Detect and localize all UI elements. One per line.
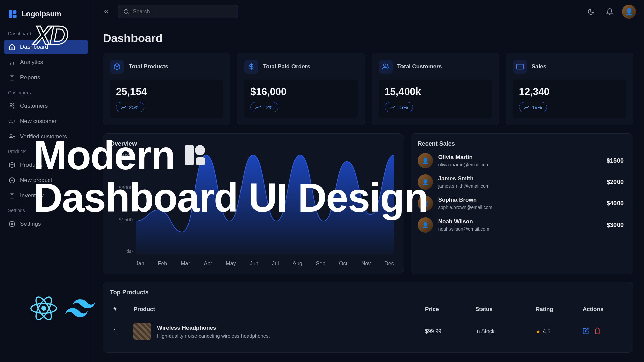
sale-amount: $1500 bbox=[607, 157, 624, 164]
sidebar-item-customers[interactable]: Customers bbox=[4, 99, 88, 113]
svg-rect-15 bbox=[10, 193, 14, 198]
moon-icon bbox=[587, 8, 595, 15]
sidebar-item-new-customer[interactable]: New customer bbox=[4, 114, 88, 129]
col-status: Status bbox=[472, 301, 532, 317]
sale-name: Olivia Martin bbox=[438, 154, 601, 161]
svg-point-16 bbox=[11, 223, 13, 225]
clipboard-icon bbox=[9, 192, 15, 199]
dollar-icon bbox=[244, 60, 258, 74]
user-avatar[interactable]: 👤 bbox=[622, 5, 636, 19]
sale-row: 👤 Sophia Brownsophia.brown@email.com $40… bbox=[418, 196, 624, 211]
y-tick: $1500 bbox=[110, 217, 133, 222]
stat-value: 15,400k bbox=[385, 86, 486, 97]
top-products-table: # Product Price Status Rating Actions 1 … bbox=[110, 301, 626, 346]
svg-point-1 bbox=[13, 10, 17, 14]
sidebar-item-reports[interactable]: Reports bbox=[4, 70, 88, 85]
clipboard-icon bbox=[9, 74, 15, 81]
home-icon bbox=[9, 44, 15, 50]
sale-email: james.smith@email.com bbox=[438, 183, 601, 189]
sale-amount: $4000 bbox=[607, 200, 624, 207]
page-title: Dashboard bbox=[103, 32, 633, 45]
svg-point-7 bbox=[10, 104, 12, 106]
product-price: $99.99 bbox=[422, 317, 472, 346]
brand-logo-icon bbox=[8, 9, 17, 19]
sidebar-item-dashboard[interactable]: Dashboard bbox=[4, 40, 88, 54]
overview-title: Overview bbox=[110, 140, 397, 147]
svg-rect-22 bbox=[517, 64, 523, 69]
avatar: 👤 bbox=[418, 153, 433, 168]
sidebar-item-inventory[interactable]: Inventory bbox=[4, 188, 88, 203]
avatar: 👤 bbox=[418, 174, 433, 190]
sale-name: James Smith bbox=[438, 175, 601, 182]
nav-section-label: Settings bbox=[4, 204, 88, 216]
product-image bbox=[133, 323, 151, 340]
recent-sales-list[interactable]: 👤 Olivia Martinolivia.martin@email.com $… bbox=[418, 153, 626, 233]
overview-chart: $4500$3000$1500$0 JanFebMarAprMayJunJulA… bbox=[110, 153, 397, 267]
sidebar-item-products[interactable]: Products bbox=[4, 158, 88, 172]
top-products-title: Top Products bbox=[110, 289, 626, 296]
x-tick: Jan bbox=[136, 261, 144, 267]
sidebar-item-settings[interactable]: Settings bbox=[4, 217, 88, 231]
sidebar-item-new-product[interactable]: New product bbox=[4, 173, 88, 188]
sale-row: 👤 James Smithjames.smith@email.com $2000 bbox=[418, 174, 624, 190]
recent-sales-panel: Recent Sales 👤 Olivia Martinolivia.marti… bbox=[411, 133, 633, 274]
product-name: Wireless Headphones bbox=[157, 325, 270, 331]
x-tick: Oct bbox=[339, 261, 347, 267]
theme-toggle-button[interactable] bbox=[584, 5, 598, 18]
nav-item-label: New customer bbox=[20, 118, 57, 125]
top-products-panel: Top Products # Product Price Status Rati… bbox=[103, 282, 633, 353]
svg-rect-0 bbox=[9, 10, 12, 18]
nav-item-label: New product bbox=[20, 177, 52, 184]
notifications-button[interactable] bbox=[603, 5, 616, 18]
trend-up-icon bbox=[390, 105, 395, 110]
sale-amount: $2000 bbox=[607, 179, 624, 186]
avatar: 👤 bbox=[418, 196, 433, 211]
x-tick: Feb bbox=[158, 261, 167, 267]
sidebar-item-analytics[interactable]: Analytics bbox=[4, 55, 88, 70]
sale-row: 👤 Noah Wilsonnoah.wilson@email.com $3000 bbox=[418, 217, 624, 233]
edit-button[interactable] bbox=[583, 327, 589, 336]
box-plus-icon bbox=[9, 177, 15, 184]
product-desc: High-quality noise-canceling wireless he… bbox=[157, 333, 270, 339]
col-price: Price bbox=[422, 301, 472, 317]
stat-label: Total Products bbox=[129, 63, 168, 70]
col-actions: Actions bbox=[579, 301, 626, 317]
stat-value: 25,154 bbox=[116, 86, 217, 97]
nav-section-label: Products bbox=[4, 145, 88, 157]
star-icon: ★ bbox=[536, 328, 540, 335]
gear-icon bbox=[9, 221, 15, 227]
svg-point-17 bbox=[124, 9, 128, 13]
stat-value: 12,340 bbox=[519, 86, 620, 97]
search-box[interactable] bbox=[118, 5, 238, 18]
pencil-icon bbox=[583, 327, 589, 334]
table-row: 1 Wireless HeadphonesHigh-quality noise-… bbox=[110, 317, 626, 346]
x-tick: Mar bbox=[181, 261, 190, 267]
stat-card: Sales 12,340 19% bbox=[506, 53, 633, 125]
delete-button[interactable] bbox=[594, 327, 601, 336]
chevrons-left-icon bbox=[103, 8, 110, 15]
product-status: In Stock bbox=[472, 317, 532, 346]
sidebar-item-verified-customers[interactable]: Verified customers bbox=[4, 129, 88, 144]
nav-section-label: Dashboard bbox=[4, 27, 88, 39]
recent-sales-title: Recent Sales bbox=[418, 140, 626, 147]
nav-section-label: Customers bbox=[4, 86, 88, 98]
users-icon bbox=[9, 103, 15, 109]
stat-trend: 12% bbox=[250, 102, 278, 112]
topbar: 👤 bbox=[92, 0, 644, 23]
x-tick: Dec bbox=[384, 261, 394, 267]
stat-trend: 15% bbox=[385, 102, 413, 112]
collapse-sidebar-button[interactable] bbox=[100, 6, 112, 18]
x-tick: Sep bbox=[316, 261, 325, 267]
nav-item-label: Settings bbox=[20, 221, 41, 227]
svg-point-8 bbox=[10, 119, 12, 121]
search-icon bbox=[123, 9, 129, 15]
stat-card: Total Paid Orders $16,000 12% bbox=[237, 53, 365, 125]
stat-card: Total Products 25,154 25% bbox=[103, 53, 230, 125]
overview-panel: Overview $4500$3000$1500$0 JanFebMarAprM… bbox=[103, 133, 404, 274]
x-tick: Aug bbox=[292, 261, 302, 267]
x-tick: Jun bbox=[250, 261, 258, 267]
stat-label: Sales bbox=[532, 63, 546, 70]
chart-icon bbox=[9, 59, 15, 66]
x-tick: May bbox=[226, 261, 236, 267]
search-input[interactable] bbox=[133, 9, 233, 15]
